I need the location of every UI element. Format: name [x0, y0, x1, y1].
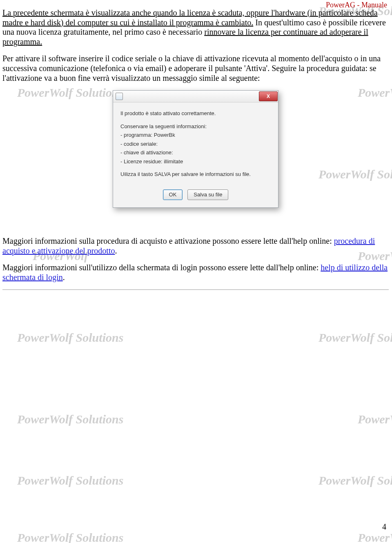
dialog-line-key: - chiave di attivazione: [120, 149, 271, 156]
close-icon[interactable]: X [259, 91, 278, 101]
watermark: PowerWolf Solutions [17, 331, 123, 345]
dialog-window: X Il prodotto è stato attivato correttam… [113, 90, 278, 208]
paragraph-3: Maggiori informazioni sulla procedura di… [2, 236, 389, 256]
window-icon [116, 93, 123, 100]
ok-button[interactable]: OK [163, 189, 183, 200]
dialog-line-program: - programma: PowerBk [120, 131, 271, 139]
watermark: PowerWolf Solutio [318, 474, 392, 487]
watermark: PowerWolf [358, 531, 392, 543]
watermark: PowerWolf Solutions [17, 412, 123, 426]
dialog-line-save-hint: Uilizza il tasto SALVA per salvare le in… [120, 171, 271, 178]
save-to-file-button[interactable]: Salva su file [187, 189, 228, 200]
watermark: PowerWolf Solutions [17, 474, 123, 487]
activation-dialog-screenshot: X Il prodotto è stato attivato correttam… [2, 90, 389, 208]
para3-pre: Maggiori informazioni sulla procedura di… [2, 236, 334, 245]
paragraph-1: La precedente schermata è visualizzata a… [2, 8, 389, 47]
dialog-line-activated: Il prodotto è stato attivato correttamen… [120, 110, 271, 117]
watermark: PowerWolf Solutio [318, 331, 392, 345]
para4-post: . [63, 273, 65, 282]
paragraph-4: Maggiori informazioni sull'utilizzo dell… [2, 263, 389, 282]
page-number: 4 [382, 522, 386, 532]
watermark: PowerWolf Solutions [17, 531, 123, 543]
dialog-line-licenses: - Licenze residue: illimitate [120, 158, 271, 165]
watermark: PowerWolf [358, 412, 392, 426]
para4-pre: Maggiori informazioni sull'utilizzo dell… [2, 263, 321, 272]
page-header: PowerAG - Manuale [326, 1, 387, 9]
dialog-body: Il prodotto è stato attivato correttamen… [113, 102, 278, 185]
divider [2, 289, 389, 290]
dialog-titlebar: X [113, 91, 278, 102]
paragraph-2: Per attivare il software inserire il cod… [2, 54, 389, 83]
dialog-line-serial: - codice seriale: [120, 140, 271, 148]
dialog-button-row: OK Salva su file [113, 185, 278, 207]
dialog-line-keep: Conservare la seguenti informazioni: [120, 123, 271, 130]
para3-post: . [115, 246, 117, 255]
